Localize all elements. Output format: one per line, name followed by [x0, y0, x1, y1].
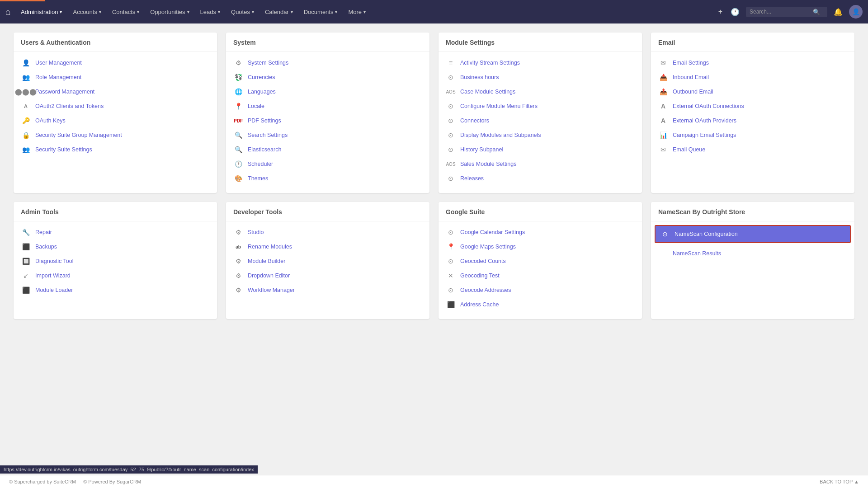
nav-more[interactable]: More ▾	[343, 0, 371, 23]
link-password-management[interactable]: Password Management	[35, 89, 94, 95]
list-item[interactable]: ⊙ Configure Module Menu Filters	[439, 99, 642, 113]
list-item[interactable]: 📊 Campaign Email Settings	[651, 128, 854, 142]
nav-calendar[interactable]: Calendar ▾	[259, 0, 298, 23]
nav-administration[interactable]: Administration ▾	[15, 0, 67, 23]
list-item[interactable]: 🔧 Repair	[14, 225, 217, 239]
list-item[interactable]: A External OAuth Providers	[651, 113, 854, 128]
list-item[interactable]: 🕐 Scheduler	[226, 157, 429, 171]
list-item[interactable]: ⬤⬤⬤ Password Management	[14, 84, 217, 99]
link-google-maps[interactable]: Google Maps Settings	[460, 244, 516, 250]
link-email-settings[interactable]: Email Settings	[673, 60, 709, 66]
list-item[interactable]: ⊙ Google Calendar Settings	[439, 225, 642, 239]
list-item[interactable]: ⬛ Backups	[14, 239, 217, 254]
bell-icon[interactable]: 🔔	[832, 6, 844, 18]
link-pdf-settings[interactable]: PDF Settings	[248, 117, 281, 124]
link-releases[interactable]: Releases	[460, 175, 484, 182]
link-module-builder[interactable]: Module Builder	[248, 258, 285, 264]
list-item[interactable]: 💱 Currencies	[226, 70, 429, 84]
list-item[interactable]: ✕ Geocoding Test	[439, 268, 642, 283]
list-item[interactable]: ab Rename Modules	[226, 239, 429, 254]
list-item[interactable]: 🌐 Languages	[226, 84, 429, 99]
link-outbound-email[interactable]: Outbound Email	[673, 89, 713, 95]
link-workflow-manager[interactable]: Workflow Manager	[248, 287, 295, 293]
list-item[interactable]: 🔍 Elasticsearch	[226, 142, 429, 157]
nav-opportunities[interactable]: Opportunities ▾	[145, 0, 194, 23]
list-item[interactable]: 👤 User Management	[14, 56, 217, 70]
link-studio[interactable]: Studio	[248, 229, 264, 235]
nav-accounts[interactable]: Accounts ▾	[67, 0, 106, 23]
link-ext-oauth-connections[interactable]: External OAuth Connections	[673, 103, 744, 109]
list-item[interactable]: ⬛ Module Loader	[14, 283, 217, 297]
list-item[interactable]: ✉ Email Settings	[651, 56, 854, 70]
list-item[interactable]: ⚙ Module Builder	[226, 254, 429, 268]
link-repair[interactable]: Repair	[35, 229, 52, 235]
link-currencies[interactable]: Currencies	[248, 74, 275, 80]
link-campaign-email[interactable]: Campaign Email Settings	[673, 132, 736, 138]
list-item[interactable]: ⊙ History Subpanel	[439, 142, 642, 157]
list-item[interactable]: NameScan Results	[651, 245, 854, 261]
list-item[interactable]: ↙ Import Wizard	[14, 268, 217, 283]
link-geocode-addresses[interactable]: Geocode Addresses	[460, 287, 511, 293]
list-item[interactable]: ⚙ Workflow Manager	[226, 283, 429, 297]
link-languages[interactable]: Languages	[248, 89, 276, 95]
list-item[interactable]: 👥 Role Management	[14, 70, 217, 84]
list-item[interactable]: 🔒 Security Suite Group Management	[14, 128, 217, 142]
list-item[interactable]: PDF PDF Settings	[226, 113, 429, 128]
link-geocoded-counts[interactable]: Geocoded Counts	[460, 258, 506, 264]
link-dropdown-editor[interactable]: Dropdown Editor	[248, 272, 290, 279]
link-geocoding-test[interactable]: Geocoding Test	[460, 272, 500, 279]
link-activity-stream[interactable]: Activity Stream Settings	[460, 60, 520, 66]
link-email-queue[interactable]: Email Queue	[673, 146, 705, 153]
link-display-modules[interactable]: Display Modules and Subpanels	[460, 132, 541, 138]
list-item[interactable]: 🔑 OAuth Keys	[14, 113, 217, 128]
link-oauth-keys[interactable]: OAuth Keys	[35, 117, 66, 124]
list-item-namescan-config[interactable]: ⊙ NameScan Configuration	[655, 225, 851, 243]
nav-documents[interactable]: Documents ▾	[298, 0, 343, 23]
link-namescan-results[interactable]: NameScan Results	[673, 250, 721, 257]
list-item[interactable]: A External OAuth Connections	[651, 99, 854, 113]
link-themes[interactable]: Themes	[248, 175, 268, 182]
list-item[interactable]: 🔍 Search Settings	[226, 128, 429, 142]
link-scheduler[interactable]: Scheduler	[248, 161, 273, 167]
search-input[interactable]	[750, 9, 813, 15]
nav-leads[interactable]: Leads ▾	[195, 0, 226, 23]
link-sales-module[interactable]: Sales Module Settings	[460, 161, 516, 167]
link-system-settings[interactable]: System Settings	[248, 60, 288, 66]
link-inbound-email[interactable]: Inbound Email	[673, 74, 709, 80]
list-item[interactable]: 🎨 Themes	[226, 171, 429, 186]
link-business-hours[interactable]: Business hours	[460, 74, 499, 80]
list-item[interactable]: 📤 Outbound Email	[651, 84, 854, 99]
link-rename-modules[interactable]: Rename Modules	[248, 244, 292, 250]
link-locale[interactable]: Locale	[248, 103, 264, 109]
link-backups[interactable]: Backups	[35, 244, 57, 250]
link-user-management[interactable]: User Management	[35, 60, 82, 66]
list-item[interactable]: 📍 Locale	[226, 99, 429, 113]
list-item[interactable]: 📥 Inbound Email	[651, 70, 854, 84]
link-namescan-configuration[interactable]: NameScan Configuration	[675, 231, 738, 237]
link-security-settings[interactable]: Security Suite Settings	[35, 146, 92, 153]
add-button[interactable]: +	[717, 6, 724, 18]
link-ext-oauth-providers[interactable]: External OAuth Providers	[673, 117, 736, 124]
list-item[interactable]: ≡ Activity Stream Settings	[439, 56, 642, 70]
nav-quotes[interactable]: Quotes ▾	[226, 0, 259, 23]
list-item[interactable]: 🔲 Diagnostic Tool	[14, 254, 217, 268]
avatar[interactable]: 👤	[849, 5, 863, 19]
list-item[interactable]: ✉ Email Queue	[651, 142, 854, 157]
list-item[interactable]: ⊙ Releases	[439, 171, 642, 186]
list-item[interactable]: 👥 Security Suite Settings	[14, 142, 217, 157]
list-item[interactable]: ⊙ Connectors	[439, 113, 642, 128]
search-icon[interactable]: 🔍	[813, 9, 820, 15]
list-item[interactable]: ⬛ Address Cache	[439, 297, 642, 312]
list-item[interactable]: AOS Sales Module Settings	[439, 157, 642, 171]
list-item[interactable]: ⊙ Geocode Addresses	[439, 283, 642, 297]
list-item[interactable]: AOS Case Module Settings	[439, 84, 642, 99]
list-item[interactable]: ⚙ Dropdown Editor	[226, 268, 429, 283]
list-item[interactable]: ⊙ Business hours	[439, 70, 642, 84]
link-diagnostic[interactable]: Diagnostic Tool	[35, 258, 74, 264]
history-button[interactable]: 🕐	[729, 6, 741, 18]
list-item[interactable]: ⚙ Studio	[226, 225, 429, 239]
list-item[interactable]: ⚙ System Settings	[226, 56, 429, 70]
link-security-group[interactable]: Security Suite Group Management	[35, 132, 122, 138]
link-connectors[interactable]: Connectors	[460, 117, 489, 124]
home-icon[interactable]: ⌂	[5, 7, 11, 17]
